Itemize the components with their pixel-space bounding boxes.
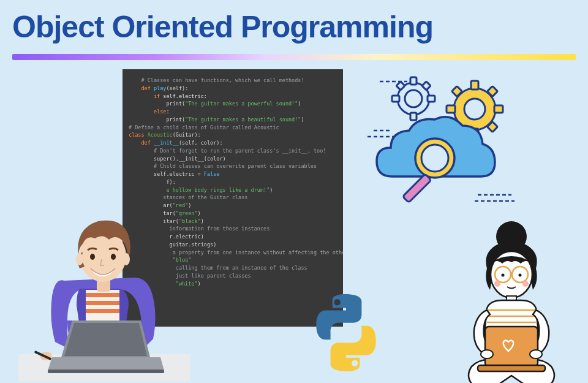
svg-rect-15	[471, 81, 478, 89]
code-line: e hollow body rings like a drum!")	[129, 186, 337, 194]
svg-point-33	[76, 253, 83, 265]
code-line: super().__init__(color)	[129, 155, 337, 163]
page-title: Object Oriented Programming	[12, 9, 576, 45]
svg-rect-25	[402, 174, 431, 203]
svg-rect-28	[86, 293, 119, 297]
svg-rect-12	[422, 82, 431, 90]
svg-rect-7	[410, 77, 417, 85]
code-line: def __init__(self, color):	[129, 139, 337, 147]
code-line: # Child classes can overwrite parent cla…	[129, 162, 337, 170]
svg-rect-30	[86, 309, 119, 313]
svg-point-48	[519, 274, 522, 277]
code-line: print("The guitar makes a powerful sound…	[129, 100, 337, 108]
svg-rect-29	[86, 301, 119, 305]
gear-icon	[392, 77, 435, 120]
svg-rect-11	[396, 82, 405, 90]
svg-rect-17	[447, 105, 455, 113]
code-line: if self.electric:	[129, 93, 337, 100]
svg-point-6	[405, 90, 422, 107]
svg-rect-9	[392, 96, 399, 102]
gradient-divider	[12, 54, 576, 60]
svg-rect-8	[410, 113, 417, 120]
svg-point-58	[530, 350, 542, 358]
svg-point-35	[90, 254, 95, 260]
code-line: self.electric = False	[129, 170, 337, 178]
svg-point-36	[111, 254, 116, 260]
laptop-icon	[478, 327, 545, 371]
code-line: else:	[129, 108, 337, 116]
cloud-gears-illustration	[355, 75, 527, 210]
code-line: print("The guitar makes a beautiful soun…	[129, 116, 337, 124]
code-line: def play(self):	[129, 85, 337, 93]
svg-rect-18	[494, 105, 503, 113]
svg-rect-41	[48, 370, 164, 373]
content-area: # Classes can have functions, which we c…	[0, 60, 588, 379]
code-line: # Define a child class of Guitar called …	[129, 124, 337, 132]
code-line: f):	[129, 178, 337, 186]
svg-point-50	[522, 281, 529, 287]
svg-point-24	[421, 145, 448, 172]
svg-point-57	[481, 350, 493, 358]
code-line: class Acoustic(Guitar):	[129, 131, 337, 139]
girl-with-laptop-illustration	[435, 219, 588, 383]
code-line: # Classes can have functions, which we c…	[129, 77, 337, 85]
python-logo-icon	[306, 293, 386, 373]
svg-point-14	[464, 99, 485, 119]
boy-with-laptop-illustration	[18, 198, 190, 382]
svg-rect-10	[428, 96, 435, 102]
svg-point-47	[502, 274, 505, 277]
svg-point-49	[494, 281, 500, 287]
svg-rect-55	[485, 327, 538, 366]
code-line: # Don't forget to run the parent class's…	[129, 147, 337, 155]
svg-point-34	[123, 253, 130, 265]
svg-rect-56	[478, 365, 545, 371]
